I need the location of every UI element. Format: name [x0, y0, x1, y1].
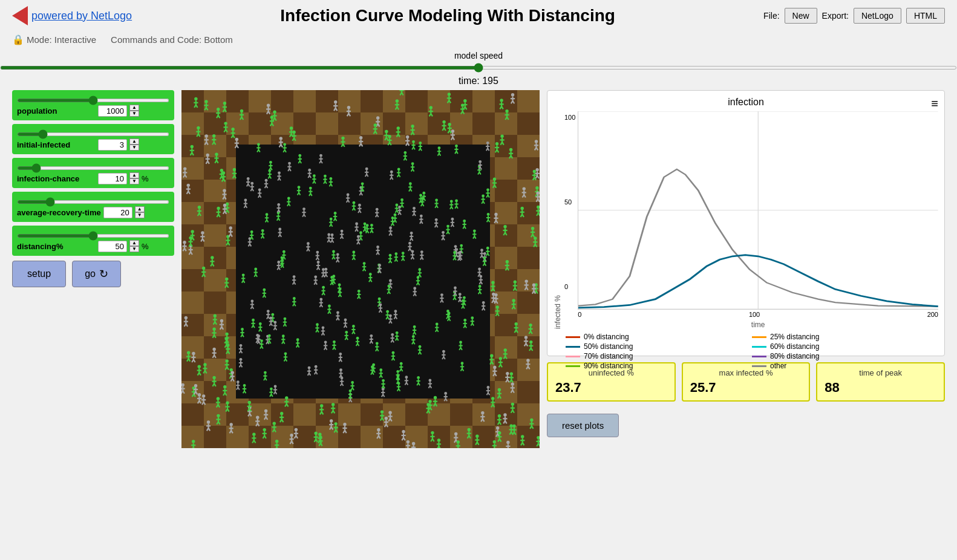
- export-label: Export:: [822, 11, 849, 21]
- legend-item-60: 60% distancing: [752, 342, 926, 351]
- legend-color-90: [566, 365, 580, 367]
- sim-canvas: [181, 90, 540, 448]
- netlogo-brand-label: powered by NetLogo: [31, 10, 132, 22]
- infection-chance-unit: %: [142, 174, 149, 183]
- initial-infected-slider-group: initial-infected ▲ ▼: [12, 124, 174, 154]
- population-label: population: [17, 106, 96, 116]
- main-content: population ▲ ▼ initial-infected ▲ ▼: [0, 88, 957, 451]
- legend-item-0: 0% distancing: [566, 333, 740, 341]
- infection-chance-slider-group: infection-chance ▲ ▼ %: [12, 158, 174, 188]
- netlogo-brand[interactable]: powered by NetLogo: [12, 6, 132, 25]
- x-tick-200: 200: [927, 311, 938, 318]
- header: powered by NetLogo Infection Curve Model…: [0, 0, 957, 31]
- mode-label: Mode: Interactive: [27, 34, 96, 45]
- distancing-down[interactable]: ▼: [129, 246, 139, 252]
- chart-legend: 0% distancing 25% distancing 50% distanc…: [554, 329, 938, 374]
- x-tick-100: 100: [749, 311, 760, 318]
- netlogo-export-button[interactable]: NetLogo: [854, 8, 901, 24]
- left-panel: population ▲ ▼ initial-infected ▲ ▼: [12, 90, 174, 448]
- refresh-icon: ↻: [99, 267, 108, 281]
- action-buttons: setup go ↻: [12, 261, 174, 287]
- population-spinner[interactable]: ▲ ▼: [129, 105, 139, 117]
- initial-infected-slider[interactable]: [17, 132, 169, 136]
- legend-label-50: 50% distancing: [584, 342, 633, 351]
- legend-label-70: 70% distancing: [584, 352, 633, 360]
- population-slider[interactable]: [17, 99, 169, 102]
- simulation-view: [181, 90, 540, 448]
- legend-color-0: [566, 336, 580, 338]
- legend-item-25: 25% distancing: [752, 333, 926, 341]
- distancing-label: distancing%: [17, 242, 96, 251]
- right-panel: infection ≡ infected % 100 50 0: [547, 90, 945, 448]
- y-tick-0: 0: [564, 283, 575, 290]
- uninfected-value: 23.7: [555, 380, 667, 396]
- initial-infected-down[interactable]: ▼: [129, 145, 139, 151]
- chart-plot: [578, 111, 938, 310]
- commands-label: Commands and Code: Bottom: [111, 34, 233, 45]
- initial-infected-value[interactable]: [98, 139, 127, 151]
- setup-button[interactable]: setup: [12, 261, 66, 287]
- x-tick-0: 0: [578, 311, 581, 318]
- distancing-unit: %: [142, 242, 149, 251]
- recovery-time-label: average-recovery-time: [17, 208, 101, 217]
- reset-plots-button[interactable]: reset plots: [547, 414, 619, 437]
- legend-item-other: other: [752, 362, 926, 370]
- mode-bar: 🔒 Mode: Interactive Commands and Code: B…: [0, 31, 957, 48]
- lock-icon: 🔒: [12, 34, 24, 45]
- legend-label-0: 0% distancing: [584, 333, 629, 341]
- file-label: File:: [763, 11, 779, 21]
- legend-color-80: [752, 356, 766, 357]
- chart-title: infection: [554, 97, 938, 108]
- legend-label-60: 60% distancing: [770, 342, 819, 351]
- go-button[interactable]: go ↻: [72, 261, 121, 287]
- chart-container: infection ≡ infected % 100 50 0: [547, 90, 945, 356]
- new-button[interactable]: New: [785, 8, 817, 24]
- infection-chance-down[interactable]: ▼: [129, 178, 139, 184]
- population-up[interactable]: ▲: [129, 105, 139, 111]
- page-title: Infection Curve Modeling With Distancing: [132, 6, 763, 25]
- infection-chance-up[interactable]: ▲: [129, 172, 139, 178]
- population-down[interactable]: ▼: [129, 111, 139, 117]
- legend-item-50: 50% distancing: [566, 342, 740, 351]
- max-infected-value: 25.7: [690, 380, 802, 396]
- distancing-slider[interactable]: [17, 234, 169, 238]
- distancing-value[interactable]: [98, 241, 127, 252]
- population-value[interactable]: [98, 105, 127, 117]
- chart-menu-icon[interactable]: ≡: [931, 97, 938, 111]
- infection-chance-slider[interactable]: [17, 166, 169, 170]
- distancing-slider-group: distancing% ▲ ▼ %: [12, 226, 174, 256]
- initial-infected-up[interactable]: ▲: [129, 138, 139, 145]
- legend-color-other: [752, 365, 766, 367]
- netlogo-logo-icon: [12, 6, 28, 25]
- go-label: go: [85, 269, 96, 279]
- legend-color-50: [566, 346, 580, 348]
- time-label: time: 195: [459, 76, 498, 86]
- speed-label: model speed: [454, 51, 503, 60]
- population-slider-group: population ▲ ▼: [12, 90, 174, 120]
- html-export-button[interactable]: HTML: [906, 8, 945, 24]
- recovery-time-slider[interactable]: [17, 200, 169, 204]
- legend-item-90: 90% distancing: [566, 362, 740, 370]
- infection-chance-spinner[interactable]: ▲ ▼: [129, 172, 139, 184]
- recovery-time-down[interactable]: ▼: [135, 212, 145, 218]
- infection-chance-value[interactable]: [98, 173, 127, 184]
- distancing-up[interactable]: ▲: [129, 240, 139, 246]
- chart-area: infected % 100 50 0: [554, 111, 938, 329]
- speed-slider[interactable]: [0, 66, 957, 70]
- legend-label-25: 25% distancing: [770, 333, 819, 341]
- legend-item-70: 70% distancing: [566, 352, 740, 360]
- initial-infected-spinner[interactable]: ▲ ▼: [129, 138, 139, 151]
- speed-section: model speed: [0, 48, 957, 74]
- time-of-peak-value: 88: [825, 380, 936, 396]
- recovery-time-spinner[interactable]: ▲ ▼: [135, 206, 145, 218]
- legend-color-25: [752, 336, 766, 338]
- legend-label-other: other: [770, 362, 786, 370]
- recovery-time-up[interactable]: ▲: [135, 206, 145, 212]
- initial-infected-label: initial-infected: [17, 140, 96, 149]
- recovery-time-value[interactable]: [103, 207, 132, 218]
- legend-label-80: 80% distancing: [770, 352, 819, 360]
- file-controls: File: New Export: NetLogo HTML: [763, 8, 945, 24]
- legend-color-70: [566, 356, 580, 357]
- distancing-spinner[interactable]: ▲ ▼: [129, 240, 139, 252]
- chart-svg: [578, 111, 938, 309]
